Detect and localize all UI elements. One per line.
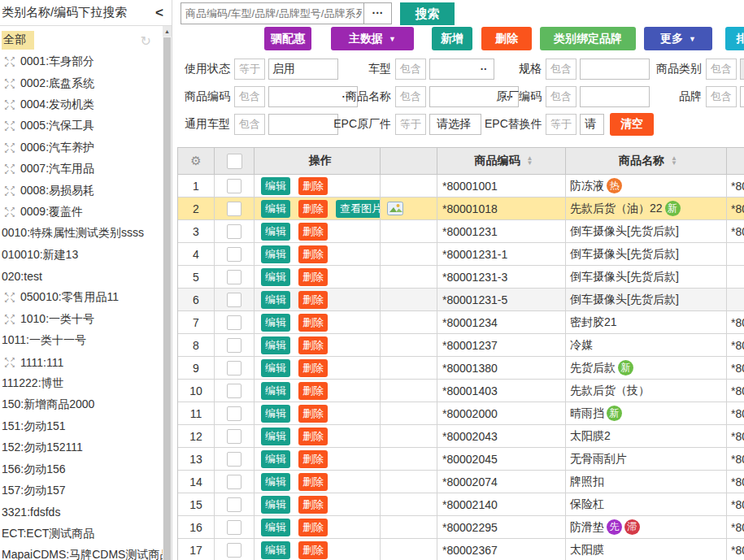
- delete-button[interactable]: 删除: [298, 336, 328, 354]
- row-checkbox[interactable]: [227, 361, 241, 376]
- filter-input[interactable]: [581, 59, 649, 79]
- row-checkbox[interactable]: [227, 520, 241, 535]
- tree-item-all[interactable]: 全部: [2, 31, 34, 50]
- tree-item[interactable]: ↖↗↙↘1111:111: [0, 351, 163, 372]
- image-thumbnail-icon[interactable]: [387, 202, 403, 215]
- tree-item[interactable]: ↖↗↙↘0001:车身部分: [0, 51, 163, 72]
- filter-operator-box[interactable]: 包含: [706, 86, 737, 107]
- delete-button[interactable]: 删除: [298, 268, 328, 286]
- edit-button[interactable]: 编辑: [261, 450, 290, 468]
- row-checkbox[interactable]: [227, 202, 241, 216]
- sort-icon[interactable]: ▲▼: [671, 156, 677, 166]
- tree-item[interactable]: ↖↗↙↘0004:发动机类: [0, 94, 163, 115]
- refresh-icon[interactable]: ↻: [136, 33, 156, 50]
- scroll-up-arrow-icon[interactable]: ▲: [163, 26, 172, 37]
- row-checkbox[interactable]: [227, 497, 241, 512]
- delete-button[interactable]: 删除: [298, 450, 328, 468]
- tree-item[interactable]: 111222:博世: [0, 373, 163, 394]
- row-checkbox[interactable]: [227, 315, 241, 330]
- row-checkbox[interactable]: [227, 452, 241, 467]
- row-checkbox[interactable]: [227, 293, 241, 307]
- row-checkbox[interactable]: [227, 543, 241, 558]
- column-header-product-name[interactable]: 商品名称 ▲▼: [566, 148, 727, 174]
- filter-select[interactable]: 请: [580, 114, 604, 135]
- scrollbar-thumb[interactable]: [163, 37, 171, 560]
- filter-operator-box[interactable]: 包含: [234, 114, 265, 135]
- filter-operator-box[interactable]: 包含: [546, 86, 576, 107]
- delete-button[interactable]: 删除: [298, 314, 328, 332]
- edit-button[interactable]: 编辑: [261, 200, 290, 218]
- tree-item[interactable]: 156:勿动156: [0, 458, 163, 480]
- filter-input[interactable]: [741, 59, 744, 79]
- delete-button[interactable]: 删除: [298, 541, 328, 559]
- edit-button[interactable]: 编辑: [261, 473, 290, 491]
- master-data-button[interactable]: 主数据▼: [331, 27, 414, 50]
- row-checkbox[interactable]: [227, 270, 241, 284]
- tree-item[interactable]: 151:勿动151: [0, 416, 163, 437]
- edit-button[interactable]: 编辑: [261, 541, 290, 559]
- filter-operator-box[interactable]: 包含: [234, 86, 265, 107]
- tree-item[interactable]: 3321:fdsfds: [0, 501, 163, 523]
- filter-input[interactable]: [430, 59, 474, 79]
- tree-item[interactable]: 020:test: [0, 266, 163, 287]
- filter-operator-box[interactable]: 等于: [395, 114, 426, 135]
- add-button[interactable]: 新增: [432, 27, 472, 50]
- delete-button[interactable]: 删除: [298, 473, 328, 491]
- tree-item[interactable]: ↖↗↙↘0005:汽保工具: [0, 115, 163, 137]
- column-header-product-code[interactable]: 商品编码 ▲▼: [437, 148, 566, 174]
- edit-button[interactable]: 编辑: [261, 223, 290, 241]
- filter-input[interactable]: [741, 87, 744, 106]
- clear-filters-button[interactable]: 清空: [610, 113, 654, 136]
- row-checkbox[interactable]: [227, 475, 241, 489]
- filter-input[interactable]: [581, 87, 649, 106]
- edit-button[interactable]: 编辑: [261, 177, 290, 195]
- delete-button[interactable]: 删除: [298, 223, 328, 241]
- view-image-button[interactable]: 查看图片: [336, 200, 381, 218]
- row-checkbox[interactable]: [227, 384, 241, 398]
- delete-button[interactable]: 删除: [298, 245, 328, 263]
- tree-item[interactable]: ↖↗↙↘0009:覆盖件: [0, 202, 163, 223]
- tree-item[interactable]: 0010:特殊属性测试类别ssss: [0, 223, 163, 244]
- tree-item[interactable]: 157:勿动157: [0, 480, 163, 501]
- tree-item[interactable]: 152:勿动152111: [0, 437, 163, 458]
- filter-input[interactable]: [269, 115, 337, 134]
- tree-item[interactable]: ↖↗↙↘0007:汽车用品: [0, 158, 163, 180]
- delete-button[interactable]: 删除: [298, 519, 328, 536]
- delete-button[interactable]: 删除: [298, 291, 328, 309]
- tree-item[interactable]: 150:新增商品2000: [0, 394, 163, 415]
- column-settings-gear-icon[interactable]: ⚙: [185, 153, 206, 169]
- edit-button[interactable]: 编辑: [261, 245, 290, 263]
- filter-input[interactable]: [269, 87, 337, 106]
- edit-button[interactable]: 编辑: [261, 336, 290, 354]
- global-search-input[interactable]: [181, 3, 363, 24]
- clipped-right-button[interactable]: 排: [725, 27, 744, 50]
- edit-button[interactable]: 编辑: [261, 268, 290, 286]
- edit-button[interactable]: 编辑: [261, 291, 290, 309]
- delete-button[interactable]: 删除: [298, 177, 328, 195]
- delete-button[interactable]: 删除: [298, 200, 328, 218]
- tree-item[interactable]: ECT:ECT测试商品: [0, 523, 163, 545]
- delete-button[interactable]: 删除: [481, 27, 532, 50]
- delete-button[interactable]: 删除: [298, 382, 328, 400]
- tree-item[interactable]: ↖↗↙↘0006:汽车养护: [0, 137, 163, 158]
- edit-button[interactable]: 编辑: [261, 496, 290, 514]
- category-search-input[interactable]: 类别名称/编码下拉搜索: [2, 5, 150, 20]
- search-button[interactable]: 搜索: [400, 2, 455, 25]
- filter-input[interactable]: [269, 59, 337, 79]
- promo-button[interactable]: 驷配惠: [264, 27, 311, 50]
- filter-select[interactable]: 请选择: [429, 114, 481, 135]
- sort-icon[interactable]: ▲▼: [527, 156, 533, 166]
- filter-operator-box[interactable]: 包含: [395, 86, 426, 107]
- delete-button[interactable]: 删除: [298, 428, 328, 445]
- delete-button[interactable]: 删除: [298, 359, 328, 377]
- more-button[interactable]: 更多▼: [644, 27, 712, 50]
- search-more-ellipsis-button[interactable]: ···: [363, 3, 391, 24]
- filter-operator-box[interactable]: 包含: [395, 59, 426, 80]
- sidebar-collapse-icon[interactable]: <: [150, 5, 168, 21]
- tree-item[interactable]: MapaiCDMS:马牌CDMS测试商品: [0, 545, 163, 560]
- tree-item[interactable]: 010010:新建13: [0, 245, 163, 266]
- filter-operator-box[interactable]: 等于: [234, 59, 265, 80]
- row-checkbox[interactable]: [227, 338, 241, 353]
- sidebar-scrollbar[interactable]: ▲: [163, 26, 172, 560]
- bind-brand-button[interactable]: 类别绑定品牌: [540, 27, 636, 50]
